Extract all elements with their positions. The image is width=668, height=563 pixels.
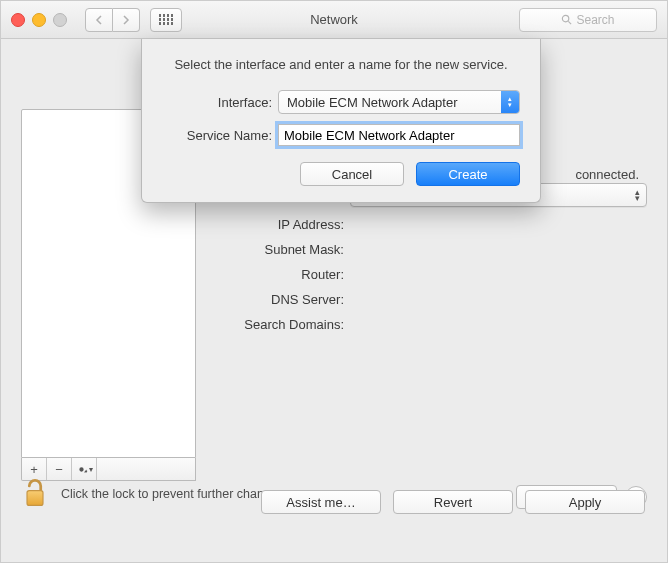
- router-label: Router:: [214, 267, 350, 282]
- subnet-mask-label: Subnet Mask:: [214, 242, 350, 257]
- nav-buttons: [85, 8, 140, 32]
- close-window-icon[interactable]: [11, 13, 25, 27]
- chevron-updown-icon: ▴▾: [501, 91, 519, 113]
- service-name-label: Service Name:: [162, 128, 278, 143]
- chevron-updown-icon: ▴▾: [635, 189, 640, 201]
- back-button[interactable]: [85, 8, 113, 32]
- zoom-window-icon: [53, 13, 67, 27]
- grid-icon: [159, 14, 174, 25]
- svg-point-0: [563, 15, 569, 21]
- interface-row: Interface: Mobile ECM Network Adapter ▴▾: [162, 90, 520, 114]
- show-all-button[interactable]: [150, 8, 182, 32]
- svg-rect-2: [27, 491, 43, 506]
- chevron-right-icon: [122, 15, 130, 25]
- interface-label: Interface:: [162, 95, 278, 110]
- ip-address-label: IP Address:: [214, 217, 350, 232]
- dns-server-row: DNS Server:: [214, 292, 647, 307]
- interface-dropdown[interactable]: Mobile ECM Network Adapter ▴▾: [278, 90, 520, 114]
- gear-icon: [75, 463, 88, 476]
- cancel-button[interactable]: Cancel: [300, 162, 404, 186]
- search-input[interactable]: Search: [519, 8, 657, 32]
- search-domains-label: Search Domains:: [214, 317, 350, 332]
- lock-message: Click the lock to prevent further change…: [61, 487, 288, 501]
- lock-row: Click the lock to prevent further change…: [21, 478, 288, 510]
- forward-button[interactable]: [113, 8, 140, 32]
- traffic-lights: [11, 13, 67, 27]
- network-preferences-window: Network Search connected. + − ▾: [0, 0, 668, 563]
- chevron-down-icon: ▾: [89, 465, 93, 474]
- interface-value: Mobile ECM Network Adapter: [287, 95, 458, 110]
- search-domains-row: Search Domains:: [214, 317, 647, 332]
- revert-button[interactable]: Revert: [393, 490, 513, 514]
- dns-server-label: DNS Server:: [214, 292, 350, 307]
- sheet-buttons: Cancel Create: [162, 162, 520, 186]
- sheet-prompt: Select the interface and enter a name fo…: [162, 57, 520, 72]
- search-placeholder: Search: [576, 13, 614, 27]
- remove-service-button[interactable]: −: [47, 458, 72, 480]
- subnet-mask-row: Subnet Mask:: [214, 242, 647, 257]
- new-service-sheet: Select the interface and enter a name fo…: [141, 39, 541, 203]
- apply-button[interactable]: Apply: [525, 490, 645, 514]
- titlebar: Network Search: [1, 1, 667, 39]
- router-row: Router:: [214, 267, 647, 282]
- service-name-row: Service Name:: [162, 124, 520, 146]
- chevron-left-icon: [95, 15, 103, 25]
- svg-line-1: [569, 21, 572, 24]
- service-actions-button[interactable]: ▾: [72, 458, 97, 480]
- minimize-window-icon[interactable]: [32, 13, 46, 27]
- window-action-buttons: Assist me… Revert Apply: [261, 490, 645, 514]
- service-name-input[interactable]: [278, 124, 520, 146]
- add-service-button[interactable]: +: [22, 458, 47, 480]
- ip-address-row: IP Address:: [214, 217, 647, 232]
- assist-me-button[interactable]: Assist me…: [261, 490, 381, 514]
- create-button[interactable]: Create: [416, 162, 520, 186]
- lock-icon[interactable]: [21, 478, 49, 510]
- search-icon: [561, 14, 572, 25]
